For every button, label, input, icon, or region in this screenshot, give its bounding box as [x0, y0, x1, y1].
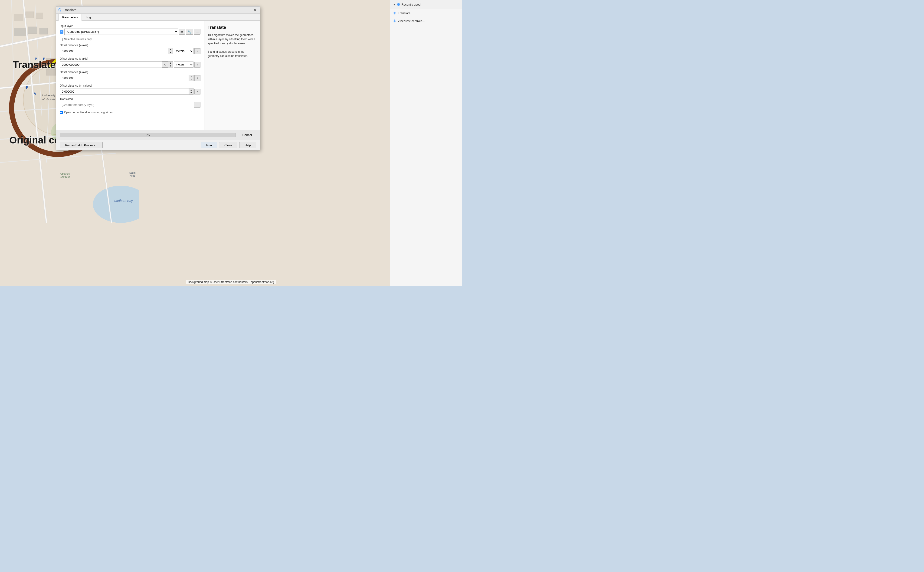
- offset-x-unit-select[interactable]: meters feet degrees kilometers: [174, 48, 193, 54]
- tab-log[interactable]: Log: [82, 14, 95, 21]
- input-layer-row: Input layer • Centroids [EPSG:3857] ⇄ 🔧 …: [60, 24, 201, 35]
- offset-y-label: Offset distance (y-axis): [60, 57, 201, 61]
- footer-right: Run Close Help: [201, 142, 256, 148]
- recently-used-header: ▼ ❋ Recently used: [390, 0, 462, 9]
- offset-x-down-button[interactable]: ▼: [168, 51, 173, 54]
- offset-y-down-button[interactable]: ▼: [168, 65, 173, 68]
- dialog-form: Input layer • Centroids [EPSG:3857] ⇄ 🔧 …: [56, 21, 204, 130]
- recently-used-item-centroid[interactable]: ❋ v-nearest-centroid...: [390, 17, 462, 25]
- expand-arrow-icon[interactable]: ▼: [393, 3, 396, 6]
- offset-z-down-button[interactable]: ▼: [189, 78, 193, 81]
- recently-used-title: Recently used: [401, 3, 421, 6]
- centroid-algorithm-label: v-nearest-centroid...: [398, 19, 425, 23]
- recently-used-icon: ❋: [397, 2, 400, 7]
- offset-m-input-wrapper: ▲ ▼: [60, 88, 193, 95]
- offset-y-input[interactable]: [60, 62, 162, 68]
- selected-features-label: Selected features only: [64, 37, 92, 41]
- offset-m-up-button[interactable]: ▲: [189, 89, 193, 92]
- input-layer-label: Input layer: [60, 24, 201, 28]
- dialog-title: Translate: [63, 8, 250, 12]
- translate-algorithm-icon: ❋: [393, 11, 396, 15]
- offset-y-clear-button[interactable]: ✕: [162, 62, 168, 68]
- progress-label: 0%: [60, 133, 235, 137]
- svg-text:Cadboro Bay: Cadboro Bay: [114, 199, 133, 203]
- svg-rect-21: [14, 14, 23, 21]
- dialog-titlebar: Q Translate ✕: [56, 6, 260, 14]
- run-batch-button[interactable]: Run as Batch Process...: [60, 142, 103, 148]
- offset-z-spinner: ▲ ▼: [189, 75, 193, 81]
- edit-layer-button[interactable]: 🔧: [186, 29, 193, 34]
- svg-rect-22: [25, 12, 34, 18]
- svg-text:Head: Head: [129, 174, 135, 177]
- description-body2: Z and M values present in the geometry c…: [208, 50, 257, 58]
- svg-text:Golf Club: Golf Club: [60, 176, 70, 178]
- offset-x-up-button[interactable]: ▲: [168, 48, 173, 51]
- dialog-app-icon: Q: [58, 8, 61, 12]
- close-button[interactable]: Close: [219, 142, 237, 148]
- dialog-tabs: Parameters Log: [56, 14, 260, 21]
- offset-z-up-button[interactable]: ▲: [189, 75, 193, 78]
- layer-point-icon: •: [60, 30, 64, 34]
- translated-output-browse-button[interactable]: …: [194, 102, 201, 108]
- offset-x-input[interactable]: [60, 48, 168, 54]
- offset-y-field-button[interactable]: ≡: [195, 62, 201, 68]
- offset-m-down-button[interactable]: ▼: [189, 92, 193, 95]
- more-options-button[interactable]: …: [194, 29, 201, 34]
- svg-rect-23: [36, 13, 43, 19]
- offset-x-spinner: ▲ ▼: [168, 48, 173, 54]
- progress-bar-track: 0%: [60, 133, 236, 137]
- right-panel: ▼ ❋ Recently used ❋ Translate ❋ v-neares…: [390, 0, 462, 286]
- svg-text:of Victoria: of Victoria: [42, 98, 56, 101]
- svg-text:Spurn: Spurn: [129, 171, 136, 174]
- offset-z-input[interactable]: [60, 75, 189, 81]
- offset-z-row: Offset distance (z-axis) ▲ ▼ ≡: [60, 71, 201, 81]
- svg-text:University: University: [42, 93, 56, 97]
- svg-rect-24: [14, 28, 25, 36]
- selected-features-checkbox[interactable]: [60, 38, 63, 41]
- description-heading: Translate: [208, 24, 257, 31]
- run-button[interactable]: Run: [201, 142, 217, 148]
- offset-m-input[interactable]: [60, 89, 189, 95]
- dialog-body: Input layer • Centroids [EPSG:3857] ⇄ 🔧 …: [56, 21, 260, 130]
- offset-m-field-button[interactable]: ≡: [195, 89, 201, 95]
- help-button[interactable]: Help: [239, 142, 256, 148]
- open-output-row: Open output file after running algorithm: [60, 111, 201, 114]
- translated-output-input[interactable]: [60, 102, 193, 108]
- translated-output-control: …: [60, 102, 201, 108]
- offset-z-field-button[interactable]: ≡: [195, 75, 201, 81]
- offset-x-control: ▲ ▼ meters feet degrees kilometers ≡: [60, 48, 201, 54]
- recently-used-item-translate[interactable]: ❋ Translate: [390, 9, 462, 17]
- open-output-checkbox[interactable]: [60, 111, 63, 114]
- offset-m-control: ▲ ▼ ≡: [60, 88, 201, 95]
- offset-y-up-button[interactable]: ▲: [168, 62, 173, 65]
- offset-x-input-wrapper: ▲ ▼: [60, 48, 173, 54]
- input-layer-select[interactable]: Centroids [EPSG:3857]: [64, 28, 178, 35]
- offset-x-row: Offset distance (x-axis) ▲ ▼ meters feet…: [60, 44, 201, 54]
- dialog-footer: Run as Batch Process... Run Close Help: [56, 140, 260, 150]
- offset-y-input-wrapper: ✕ ▲ ▼: [60, 61, 173, 68]
- svg-text:P: P: [26, 85, 28, 89]
- translated-output-row: Translated …: [60, 98, 201, 108]
- offset-y-control: ✕ ▲ ▼ meters feet degrees kilometers ≡: [60, 61, 201, 68]
- offset-m-spinner: ▲ ▼: [189, 89, 193, 95]
- offset-y-spinner: ▲ ▼: [168, 62, 173, 68]
- offset-y-unit-select[interactable]: meters feet degrees kilometers: [174, 62, 193, 68]
- offset-y-row: Offset distance (y-axis) ✕ ▲ ▼ meters fe…: [60, 57, 201, 68]
- centroid-algorithm-icon: ❋: [393, 19, 396, 23]
- tab-parameters[interactable]: Parameters: [58, 14, 82, 21]
- progress-bar-container: 0% Cancel: [56, 130, 260, 140]
- svg-rect-26: [39, 28, 48, 34]
- dialog-close-button[interactable]: ✕: [252, 8, 258, 12]
- translate-algorithm-label: Translate: [398, 11, 410, 15]
- translate-dialog: Q Translate ✕ Parameters Log Input layer…: [56, 6, 260, 151]
- cancel-button[interactable]: Cancel: [238, 132, 256, 138]
- select-layer-button[interactable]: ⇄: [179, 29, 185, 34]
- input-layer-control: • Centroids [EPSG:3857] ⇄ 🔧 …: [60, 28, 201, 35]
- offset-x-field-button[interactable]: ≡: [195, 48, 201, 54]
- open-output-label: Open output file after running algorithm: [64, 111, 112, 114]
- offset-z-input-wrapper: ▲ ▼: [60, 75, 193, 81]
- dialog-description-panel: Translate This algorithm moves the geome…: [204, 21, 260, 130]
- offset-x-label: Offset distance (x-axis): [60, 44, 201, 47]
- svg-text:Uplands: Uplands: [61, 172, 70, 175]
- map-attribution: Background map © OpenStreetMap contribut…: [186, 280, 276, 284]
